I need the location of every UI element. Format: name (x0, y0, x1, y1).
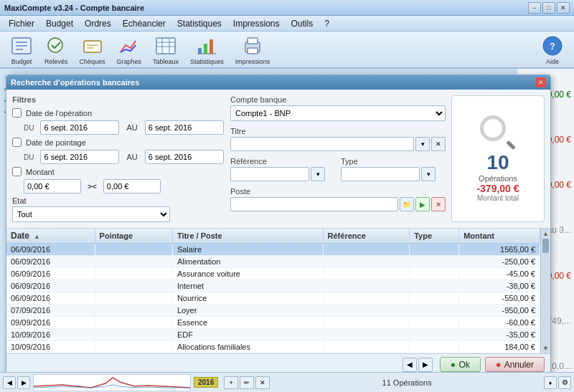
cell-titre: EDF (172, 329, 323, 341)
date-op-from-input[interactable] (40, 120, 119, 135)
montant-to-input[interactable] (103, 179, 161, 193)
dialog-close-button[interactable]: ✕ (536, 77, 546, 87)
results-scroll-area[interactable]: Date ▲ Pointage Titre / Poste Référence … (6, 229, 540, 353)
menu-bar: Fichier Budget Ordres Echéancier Statist… (0, 16, 574, 32)
cell-titre: Essence (172, 317, 323, 329)
date-op-to-input[interactable] (145, 120, 224, 135)
type-input[interactable] (341, 167, 420, 181)
toolbar-cheques-btn[interactable]: Chèques (75, 33, 110, 67)
table-row[interactable]: 06/09/2016 Salaire 1565,00 € (6, 244, 540, 256)
table-row[interactable]: 06/09/2016 Internet -38,00 € (6, 280, 540, 292)
compte-group: Compte banque Compte1 - BNP (230, 95, 446, 121)
poste-clear-btn[interactable]: ✕ (431, 197, 446, 211)
maximize-button[interactable]: □ (542, 2, 555, 14)
table-scrollbar[interactable]: ▲ ▼ (540, 229, 550, 353)
bottom-prev-btn[interactable]: ◀ (3, 376, 16, 389)
cell-reference (323, 292, 410, 305)
date-op-checkbox[interactable] (12, 108, 22, 118)
cell-pointage (95, 329, 172, 341)
toolbar-statistiques-btn[interactable]: Statistiques (186, 33, 228, 67)
titre-clear-btn[interactable]: ✕ (431, 137, 446, 151)
th-pointage[interactable]: Pointage (95, 229, 172, 244)
aide-label: Aide (546, 58, 559, 65)
filter-icon-btn[interactable]: ⬧ (544, 376, 557, 389)
toolbar-releves-btn[interactable]: Relevés (40, 33, 72, 67)
scroll-down-btn[interactable]: ▼ (541, 345, 550, 353)
menu-aide[interactable]: ? (319, 17, 335, 30)
cell-pointage (95, 292, 172, 305)
table-row[interactable]: 06/09/2016 Alimentation -250,00 € (6, 256, 540, 268)
toolbar-budget-btn[interactable]: Budget (6, 33, 37, 67)
magnifier-circle (480, 115, 506, 141)
etat-select[interactable]: Tout (12, 206, 170, 222)
toolbar-graphes-btn[interactable]: Graphes (113, 33, 146, 67)
table-row[interactable]: 06/09/2016 Nourrice -550,00 € (6, 292, 540, 305)
poste-input[interactable] (230, 197, 398, 211)
date-point-to-input[interactable] (145, 150, 224, 164)
titre-dropdown-btn[interactable]: ▾ (415, 137, 430, 151)
nav-next-btn[interactable]: ▶ (418, 358, 433, 372)
montant-checkbox[interactable] (12, 167, 22, 176)
table-row[interactable]: 07/09/2016 Loyer -950,00 € (6, 305, 540, 317)
cell-montant: 1565,00 € (459, 244, 540, 256)
date-sort-icon: ▲ (34, 233, 40, 240)
reference-dropdown-btn[interactable]: ▾ (311, 167, 325, 181)
filter-content: Filtres Date de l'opération DU AU (12, 95, 545, 222)
bottom-chart (33, 374, 191, 391)
dialog-title-bar: Recherche d'opérations bancaires ✕ (6, 75, 550, 90)
menu-budget[interactable]: Budget (40, 17, 79, 30)
type-dropdown-btn[interactable]: ▾ (421, 167, 436, 181)
toolbar-impressions-btn[interactable]: Impressions (231, 33, 275, 67)
results-table-container: Date ▲ Pointage Titre / Poste Référence … (6, 229, 550, 353)
poste-folder-btn[interactable]: 📁 (400, 197, 414, 211)
close-button[interactable]: ✕ (557, 2, 570, 14)
th-type[interactable]: Type (410, 229, 459, 244)
scroll-thumb[interactable] (542, 239, 549, 253)
cell-reference (323, 256, 410, 268)
etat-label: Etat (12, 196, 84, 205)
settings-icon-btn[interactable]: ⚙ (558, 376, 571, 389)
magnifier-icon (480, 115, 516, 151)
nav-prev-btn[interactable]: ◀ (403, 358, 417, 372)
filter-title: Filtres (12, 95, 225, 104)
table-row[interactable]: 06/09/2016 Assurance voiture -45,00 € (6, 268, 540, 280)
cell-pointage (95, 341, 172, 353)
type-label: Type (341, 157, 446, 166)
date-point-from-input[interactable] (40, 150, 119, 164)
toolbar-tableaux-btn[interactable]: Tableaux (149, 33, 183, 67)
main-content: 0,00 € 0,00 € 0,00 € au 3... 0,00 € 1749… (0, 69, 574, 392)
table-row[interactable]: 10/09/2016 Allocations familiales 184,00… (6, 341, 540, 353)
toolbar-aide-btn[interactable]: ? Aide (537, 33, 568, 67)
montant-from-input[interactable] (24, 179, 81, 193)
ok-button[interactable]: ● Ok (440, 357, 481, 372)
th-montant[interactable]: Montant (459, 229, 540, 244)
titre-input[interactable] (230, 137, 414, 151)
cell-reference (323, 317, 410, 329)
menu-ordres[interactable]: Ordres (79, 17, 117, 30)
table-row[interactable]: 10/09/2016 EDF -35,00 € (6, 329, 540, 341)
action-btn-3[interactable]: ✕ (255, 376, 270, 389)
date-point-au-label: AU (126, 153, 137, 161)
tableaux-label: Tableaux (153, 58, 179, 65)
th-date[interactable]: Date ▲ (6, 229, 95, 244)
compte-select[interactable]: Compte1 - BNP (230, 105, 446, 121)
cancel-button[interactable]: ● Annuler (485, 357, 545, 372)
table-row[interactable]: 09/09/2016 Essence -60,00 € (6, 317, 540, 329)
menu-outils[interactable]: Outils (286, 17, 319, 30)
th-titre[interactable]: Titre / Poste (172, 229, 323, 244)
action-btn-1[interactable]: + (224, 376, 238, 389)
menu-fichier[interactable]: Fichier (3, 17, 40, 30)
reference-input[interactable] (230, 167, 309, 181)
bottom-bar: ◀ ▶ 2016 + ✏ ✕ 11 Opérations ⬧ ⚙ (0, 372, 574, 392)
search-dialog: Recherche d'opérations bancaires ✕ Filtr… (6, 75, 551, 376)
th-reference[interactable]: Référence (323, 229, 410, 244)
menu-impressions[interactable]: Impressions (227, 17, 286, 30)
date-point-checkbox[interactable] (12, 138, 22, 147)
poste-filter-btn[interactable]: ▶ (415, 197, 430, 211)
bottom-next-btn[interactable]: ▶ (17, 376, 30, 389)
menu-statistiques[interactable]: Statistiques (171, 17, 227, 30)
action-btn-2[interactable]: ✏ (240, 376, 254, 389)
menu-echeancier[interactable]: Echéancier (117, 17, 171, 30)
scroll-up-btn[interactable]: ▲ (541, 229, 550, 237)
minimize-button[interactable]: − (528, 2, 541, 14)
